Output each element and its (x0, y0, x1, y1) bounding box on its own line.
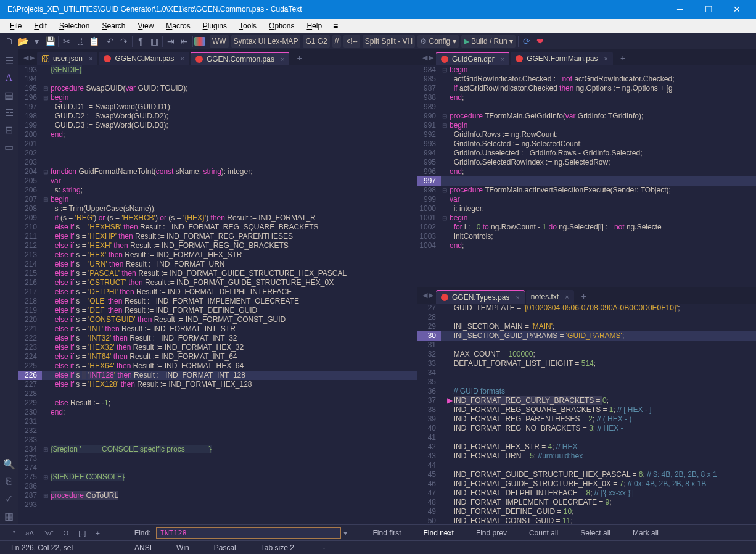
fold-icon[interactable] (42, 213, 49, 223)
fold-icon[interactable] (42, 223, 49, 232)
fold-icon[interactable] (42, 176, 49, 186)
code-line[interactable]: 224 else if s = 'INT64' then Result := I… (18, 352, 417, 362)
recent-icon[interactable]: ▾ (30, 35, 43, 48)
fold-icon[interactable]: ⊞ (42, 491, 49, 500)
close-button[interactable]: ✕ (723, 0, 751, 19)
code-line[interactable]: 994 GridInfo.Unselected := GridInfo.Rows… (417, 149, 756, 158)
fold-icon[interactable] (441, 387, 448, 396)
fold-icon[interactable] (441, 341, 448, 350)
code-line[interactable]: 228 (18, 389, 417, 399)
fold-icon[interactable] (42, 149, 49, 158)
copy-icon[interactable]: ⿻ (73, 35, 87, 48)
redo-icon[interactable]: ↷ (117, 35, 131, 48)
code-line[interactable]: 46 IND_FORMAT_GUIDE_STRUCTURE_HEX_0X = 7… (417, 479, 756, 489)
find-first-btn[interactable]: Find first (362, 527, 413, 539)
split-btn[interactable]: Split (365, 37, 379, 46)
fold-icon[interactable]: ⊟ (441, 112, 448, 121)
fold-icon[interactable]: ⊟ (42, 84, 49, 93)
undo-icon[interactable]: ↶ (104, 35, 117, 48)
code-line[interactable]: 990⊟procedure TFormMain.GetGridInfo(var … (417, 112, 756, 121)
fold-icon[interactable] (42, 399, 49, 408)
code-line[interactable]: 220 else if s = 'CONSTGUID' then Result … (18, 315, 417, 325)
fold-icon[interactable]: ⊟ (42, 195, 49, 204)
fold-icon[interactable] (441, 461, 448, 470)
tab-close-icon[interactable]: × (181, 55, 184, 62)
find-prev-btn[interactable]: Find prev (465, 527, 518, 539)
tab-close-icon[interactable]: × (281, 56, 284, 63)
fold-icon[interactable] (42, 417, 49, 426)
status-tabsize[interactable]: Tab size 2_ (249, 544, 311, 552)
fold-icon[interactable] (441, 158, 448, 167)
code-line[interactable]: 234⊞{$region ' CONSOLE specific procs '} (18, 445, 417, 454)
html-comment-btn[interactable]: <!-- (343, 35, 360, 48)
syntax-ui-lexmap-group[interactable]: Syntax UI Lex-MAP (231, 35, 301, 48)
code-line[interactable]: 216 else if s = 'CSTRUCT' then Result :=… (18, 278, 417, 287)
fold-icon[interactable] (42, 426, 49, 436)
outline-icon[interactable]: ⊟ (1, 122, 17, 138)
code-line[interactable]: 213 else if s = 'HEX' then Result := IND… (18, 250, 417, 260)
menu-help[interactable]: Help (300, 20, 328, 31)
fold-icon[interactable] (42, 112, 49, 121)
fold-icon[interactable] (42, 315, 49, 325)
code-line[interactable]: 999var (417, 195, 756, 204)
code-line[interactable]: 273 (18, 454, 417, 463)
fold-icon[interactable] (441, 452, 448, 461)
code-line[interactable]: 35 (417, 378, 756, 387)
list-icon[interactable]: ☲ (1, 104, 17, 120)
code-line[interactable]: 1004end; (417, 241, 756, 250)
code-line[interactable]: 29 INI_SECTION_MAIN = 'MAIN'; (417, 322, 756, 331)
code-line[interactable]: 32 MAX_COUNT = 100000; (417, 350, 756, 359)
open-file-icon[interactable]: 📂 (16, 35, 30, 48)
tab-next-icon[interactable]: ▶ (429, 54, 433, 62)
code-line[interactable]: 230end; (18, 408, 417, 417)
fold-icon[interactable] (42, 232, 49, 241)
tab-close-icon[interactable]: × (501, 56, 504, 63)
g2-btn[interactable]: G2 (318, 37, 327, 46)
fold-icon[interactable] (441, 139, 448, 149)
code-line[interactable]: 226 else if s = 'INT128' then Result := … (18, 371, 417, 380)
fold-icon[interactable] (42, 343, 49, 352)
code-line[interactable]: 43 IND_FORMAT_URN = 5; //urn:uuid:hex (417, 452, 756, 461)
fold-icon[interactable] (441, 405, 448, 415)
fold-icon[interactable] (42, 463, 49, 473)
console-icon[interactable]: ▦ (1, 508, 17, 524)
code-line[interactable]: 197 GUID.D1 := SwapDword(GUID.D1); (18, 102, 417, 112)
fold-icon[interactable] (441, 350, 448, 359)
code-line[interactable]: 37▶ IND_FORMAT_REG_CURLY_BRACKETS = 0; (417, 396, 756, 405)
menu-edit[interactable]: Edit (28, 20, 53, 31)
code-line[interactable]: 195⊟procedure SwapGUID(var GUID: TGUID); (18, 84, 417, 93)
code-line[interactable]: 221 else if s = 'INT' then Result := IND… (18, 325, 417, 334)
code-line[interactable]: 39 IND_FORMAT_REG_PARENTHESES = 2; // ( … (417, 415, 756, 424)
fold-icon[interactable] (441, 442, 448, 452)
config-btn[interactable]: ⚙ Config ▾ (417, 35, 458, 48)
code-line[interactable]: 44 (417, 461, 756, 470)
code-line[interactable]: 225 else if s = 'HEX64' then Result := I… (18, 362, 417, 371)
code-line[interactable]: 202 (18, 149, 417, 158)
fold-icon[interactable] (441, 331, 448, 341)
status-lexer[interactable]: Pascal (202, 544, 249, 552)
cut-icon[interactable]: ✂ (60, 35, 73, 48)
code-line[interactable]: 233 (18, 436, 417, 445)
fold-icon[interactable] (42, 454, 49, 463)
tab-close-icon[interactable]: × (516, 294, 519, 301)
tab-close-icon[interactable]: × (565, 293, 569, 300)
tab[interactable]: GGENC.Main.pas× (99, 52, 189, 65)
mark-all-btn[interactable]: Mark all (622, 527, 670, 539)
groups-toggle[interactable]: G1 G2 (303, 35, 329, 48)
fold-icon[interactable] (441, 130, 448, 139)
code-line[interactable]: 207⊟begin (18, 195, 417, 204)
code-line[interactable]: 218 else if s = 'OLE' then Result := IND… (18, 297, 417, 306)
code-line[interactable]: 194 (18, 75, 417, 84)
code-line[interactable]: 33 DEFAULT_FORMAT_LIST_HEIGHT = 514; (417, 359, 756, 368)
code-line[interactable]: 40 IND_FORMAT_REG_NO_BRACKETS = 3; // HE… (417, 424, 756, 433)
fold-icon[interactable] (42, 139, 49, 149)
fold-icon[interactable] (42, 380, 49, 389)
fold-icon[interactable] (441, 75, 448, 84)
code-line[interactable]: 219 else if s = 'DEF' then Result := IND… (18, 306, 417, 315)
g1-btn[interactable]: G1 (305, 37, 315, 46)
code-line[interactable]: 212 else if s = 'HEXH' then Result := IN… (18, 241, 417, 250)
fold-icon[interactable] (42, 325, 49, 334)
code-line[interactable]: 222 else if s = 'INT32' then Result := I… (18, 334, 417, 343)
find-case-opt[interactable]: aA (20, 528, 38, 538)
find-word-opt[interactable]: "w" (39, 528, 59, 538)
